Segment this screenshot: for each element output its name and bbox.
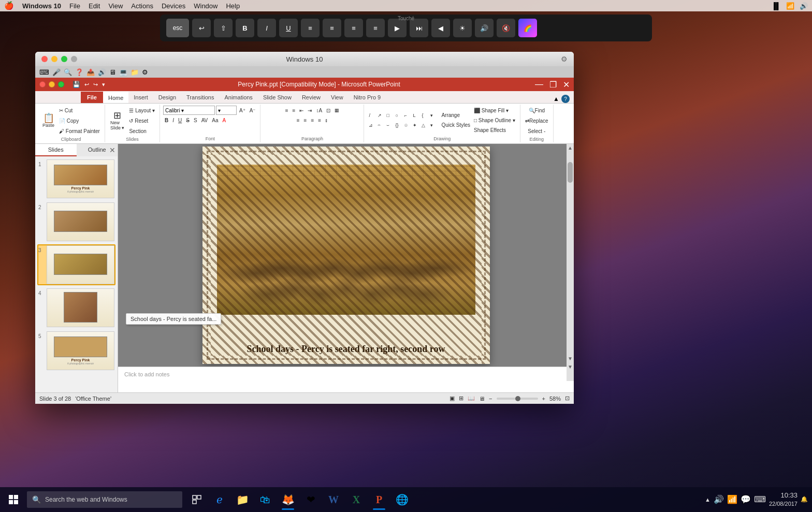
win-laptop-icon[interactable]: 💻 bbox=[119, 68, 127, 76]
touchbar-undo[interactable]: ↩ bbox=[192, 19, 211, 37]
action-center-icon[interactable]: 🔔 bbox=[801, 496, 808, 503]
mac-menu-item-devices[interactable]: Devices bbox=[162, 2, 185, 10]
taskbar-chrome-icon[interactable]: 🌐 bbox=[392, 487, 412, 512]
ribbon-copy-button[interactable]: 📄 Copy bbox=[57, 116, 102, 125]
ribbon-tab-design[interactable]: Design bbox=[153, 92, 181, 103]
shape-outline-button[interactable]: □ Shape Outline ▾ bbox=[472, 115, 517, 125]
ribbon-paste-button[interactable]: 📋 Paste bbox=[40, 112, 56, 129]
ribbon-tab-animations[interactable]: Animations bbox=[219, 92, 257, 103]
win-share-icon[interactable]: 📤 bbox=[86, 68, 95, 76]
taskbar-powerpoint-icon[interactable]: P bbox=[369, 487, 389, 512]
window-settings-icon[interactable]: ⚙ bbox=[561, 55, 568, 63]
tray-network-icon[interactable]: 📶 bbox=[727, 494, 737, 504]
font-spacing-button[interactable]: AV bbox=[200, 115, 210, 125]
win-folder-icon[interactable]: 📁 bbox=[130, 68, 139, 76]
mac-menu-item-file[interactable]: File bbox=[69, 2, 80, 10]
shape-8-button[interactable]: {} bbox=[394, 121, 402, 130]
touchbar-underline[interactable]: U bbox=[279, 19, 298, 37]
ribbon-format-painter-button[interactable]: 🖌 Format Painter bbox=[57, 126, 102, 136]
mac-menu-item-windows10[interactable]: Windows 10 bbox=[22, 2, 61, 10]
main-scrollbar[interactable]: ▲ ▼ ▼ bbox=[567, 144, 574, 381]
scroll-up-arrow[interactable]: ▲ bbox=[567, 144, 574, 152]
font-color-button[interactable]: A bbox=[221, 115, 227, 125]
shape-oval-button[interactable]: ○ bbox=[394, 111, 402, 120]
ribbon-reset-button[interactable]: ↺ Reset bbox=[127, 116, 156, 125]
touchbar-justify[interactable]: ≡ bbox=[366, 19, 385, 37]
touchbar-align-right[interactable]: ≡ bbox=[344, 19, 363, 37]
font-family-dropdown[interactable]: Calibri ▾ bbox=[163, 106, 215, 115]
mac-menu-item-actions[interactable]: Actions bbox=[131, 2, 153, 10]
slide-canvas[interactable]: School days - Percy is seated far right,… bbox=[118, 144, 574, 367]
touchbar-align-center[interactable]: ≡ bbox=[323, 19, 341, 37]
reading-view-icon[interactable]: 📖 bbox=[468, 395, 475, 402]
win-help-icon[interactable]: ❓ bbox=[75, 68, 83, 76]
ribbon-tab-nitro[interactable]: Nitro Pro 9 bbox=[349, 92, 386, 103]
win-display-icon[interactable]: 🖥 bbox=[109, 68, 116, 76]
columns-button[interactable]: ⫾ bbox=[324, 115, 329, 125]
font-bold-button[interactable]: B bbox=[163, 115, 170, 125]
list-numbers-button[interactable]: ≡ bbox=[291, 106, 297, 115]
window-space-button[interactable] bbox=[71, 56, 77, 62]
slide-thumb-5[interactable]: 5 Percy Pink A photographic memoir bbox=[37, 330, 115, 371]
taskbar-task-view[interactable] bbox=[186, 487, 207, 512]
align-center-button[interactable]: ≡ bbox=[302, 115, 309, 125]
ribbon-replace-button[interactable]: ⇄ Replace bbox=[524, 116, 550, 125]
shape-10-button[interactable]: ✦ bbox=[411, 121, 419, 130]
zoom-in-button[interactable]: + bbox=[542, 396, 545, 402]
font-decrease-button[interactable]: A⁻ bbox=[248, 106, 257, 115]
font-underline-button[interactable]: U bbox=[177, 115, 183, 125]
ribbon-tab-home[interactable]: Home bbox=[103, 92, 128, 103]
font-case-button[interactable]: Aa bbox=[210, 115, 220, 125]
mac-menu-item-window[interactable]: Window bbox=[194, 2, 218, 10]
taskbar-edge-icon[interactable]: ℯ bbox=[209, 487, 230, 512]
tab-slides[interactable]: Slides bbox=[35, 144, 77, 156]
touchbar-esc[interactable]: esc bbox=[166, 19, 189, 37]
ribbon-tab-insert[interactable]: Insert bbox=[128, 92, 153, 103]
win-search-icon[interactable]: 🔍 bbox=[64, 68, 72, 76]
tray-up-arrow[interactable]: ▲ bbox=[705, 496, 711, 503]
indent-decrease-button[interactable]: ⇤ bbox=[298, 106, 305, 115]
scroll-thumb[interactable] bbox=[568, 162, 573, 183]
ribbon-collapse-icon[interactable]: ▲ bbox=[553, 95, 559, 103]
shape-arrange-button[interactable]: ▾ bbox=[429, 121, 437, 130]
window-minimize-button[interactable] bbox=[51, 56, 57, 62]
taskbar-explorer-icon[interactable]: 📁 bbox=[232, 487, 253, 512]
current-slide[interactable]: School days - Percy is seated far right,… bbox=[202, 147, 490, 364]
zoom-out-button[interactable]: − bbox=[489, 396, 492, 402]
ppt-qat-undo[interactable]: ↩ bbox=[84, 81, 89, 88]
zoom-slider[interactable] bbox=[497, 398, 538, 400]
window-maximize-button[interactable] bbox=[61, 56, 67, 62]
slide-thumb-1[interactable]: 1 Percy Pink A photographic memoir bbox=[37, 158, 115, 199]
ribbon-section-button[interactable]: Section bbox=[127, 126, 156, 136]
shape-6-button[interactable]: ⌢ bbox=[376, 121, 384, 130]
font-shadow-button[interactable]: S bbox=[192, 115, 199, 125]
scroll-down-arrow[interactable]: ▼ bbox=[567, 355, 574, 362]
shape-line-button[interactable]: / bbox=[367, 111, 375, 120]
shape-11-button[interactable]: △ bbox=[420, 121, 428, 130]
touchbar-volume[interactable]: 🔊 bbox=[475, 19, 494, 37]
touchbar-play[interactable]: ▶ bbox=[388, 19, 407, 37]
ribbon-tab-transitions[interactable]: Transitions bbox=[181, 92, 219, 103]
ribbon-find-button[interactable]: 🔍 Find bbox=[527, 106, 546, 115]
shape-effects-button[interactable]: Shape Effects bbox=[472, 125, 517, 135]
font-size-dropdown[interactable]: ▾ bbox=[216, 106, 237, 115]
shape-3-button[interactable]: L bbox=[411, 111, 419, 120]
zoom-level[interactable]: 58% bbox=[549, 396, 561, 402]
mac-menu-item-view[interactable]: View bbox=[108, 2, 123, 10]
shape-9-button[interactable]: ☆ bbox=[402, 121, 411, 130]
win-audio-icon[interactable]: 🔊 bbox=[98, 68, 106, 76]
ribbon-arrange-button[interactable]: Arrange bbox=[440, 111, 472, 120]
touchbar-skip[interactable]: ⏭ bbox=[410, 19, 428, 37]
slide-sorter-icon[interactable]: ⊞ bbox=[459, 395, 463, 402]
ppt-qat-save[interactable]: 💾 bbox=[72, 81, 80, 88]
shape-7-button[interactable]: ⌣ bbox=[385, 121, 393, 130]
touchbar-siri[interactable]: 🌈 bbox=[518, 19, 537, 37]
touchbar-align-left[interactable]: ≡ bbox=[301, 19, 320, 37]
shape-fill-button[interactable]: ⬛ Shape Fill ▾ bbox=[472, 106, 517, 115]
slide-thumb-2[interactable]: 2 bbox=[37, 201, 115, 242]
align-left-button[interactable]: ≡ bbox=[295, 115, 301, 125]
font-increase-button[interactable]: A⁺ bbox=[238, 106, 247, 115]
tray-message-icon[interactable]: 💬 bbox=[741, 494, 751, 504]
text-direction-button[interactable]: ↕A bbox=[314, 106, 324, 115]
ribbon-layout-button[interactable]: ☰ Layout ▾ bbox=[127, 106, 156, 115]
